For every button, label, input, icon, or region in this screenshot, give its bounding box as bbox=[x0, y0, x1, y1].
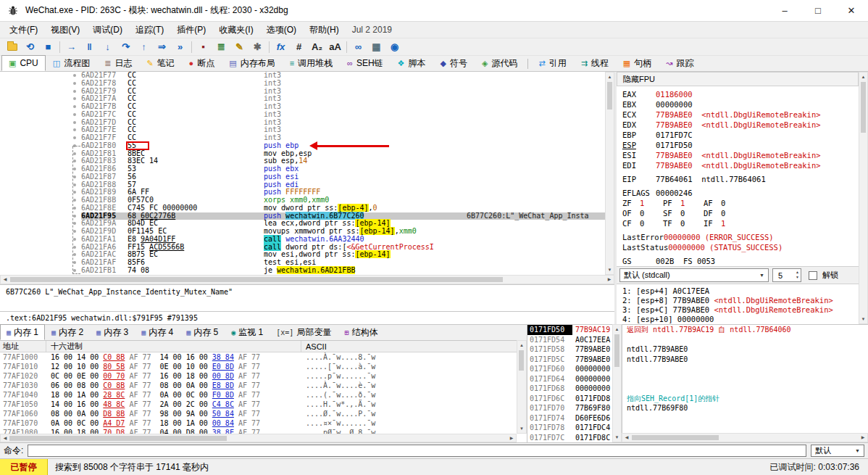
stack-row[interactable]: 0171FD5C77B9ABE0 bbox=[527, 355, 612, 365]
hex-column-header[interactable]: 十六进制 bbox=[46, 341, 301, 352]
bottom-tab-locals[interactable]: [x=]局部变量 bbox=[270, 324, 338, 340]
animate-button[interactable]: » bbox=[171, 39, 189, 55]
stack-row[interactable]: 0171FD54A0C17EEA bbox=[527, 335, 612, 345]
tab-breakpoints[interactable]: ●断点 bbox=[182, 55, 222, 71]
run-button[interactable]: → bbox=[62, 39, 80, 55]
disasm-gutter[interactable] bbox=[0, 142, 81, 150]
stop-button[interactable]: ■ bbox=[39, 39, 57, 55]
register-value[interactable]: 00000246 bbox=[656, 189, 693, 197]
bottom-tab-mem3[interactable]: ▦内存 3 bbox=[90, 324, 135, 340]
disasm-scrollbar-vertical[interactable]: ▲ ▼ bbox=[605, 72, 614, 275]
memory-row[interactable]: 77AF106008 00 0A 00 D8 8B AF 77 98 00 9A… bbox=[0, 409, 517, 418]
register-row[interactable]: LastError00000000 (ERROR_SUCCESS) bbox=[622, 232, 859, 242]
disasm-gutter[interactable] bbox=[0, 173, 81, 181]
register-value[interactable]: 00000000 bbox=[656, 100, 693, 109]
disasm-scrollbar-horizontal[interactable]: ◀ ▶ bbox=[0, 275, 614, 284]
menu-item-5[interactable]: 插件(P) bbox=[170, 22, 212, 38]
menu-item-1[interactable]: 文件(F) bbox=[3, 22, 44, 38]
register-row[interactable]: CF0TF0IF1 bbox=[622, 218, 859, 228]
disasm-gutter[interactable] bbox=[0, 228, 81, 236]
disasm-row[interactable]: 6AD21F8756push esi bbox=[0, 173, 605, 181]
disasm-gutter[interactable] bbox=[0, 103, 81, 111]
disasm-gutter[interactable] bbox=[0, 189, 81, 197]
flag-value[interactable]: 0 bbox=[640, 208, 663, 218]
stack-row[interactable]: 0171FD74D60FE6D6 bbox=[527, 413, 612, 424]
step-into-button[interactable]: ↓ bbox=[99, 39, 117, 55]
tab-source[interactable]: ◈源代码 bbox=[475, 55, 525, 71]
maximize-button[interactable]: □ bbox=[801, 0, 835, 21]
memory-row[interactable]: 77AF105014 00 16 00 48 8C AF 77 2A 00 2C… bbox=[0, 400, 517, 409]
menu-item-2[interactable]: 视图(V) bbox=[44, 22, 86, 38]
stack-pane[interactable]: 0171FD5077B9AC190171FD54A0C17EEA0171FD58… bbox=[527, 324, 612, 442]
disasm-gutter[interactable] bbox=[0, 72, 81, 80]
menu-item-3[interactable]: 调试(D) bbox=[86, 22, 129, 38]
scroll-up-icon[interactable]: ▲ bbox=[613, 325, 621, 334]
tab-cpu[interactable]: ▣CPU bbox=[1, 55, 46, 71]
ascii-column-header[interactable]: ASCII bbox=[301, 342, 517, 351]
tab-script[interactable]: ❖脚本 bbox=[391, 55, 433, 71]
tab-threads[interactable]: ⇉线程 bbox=[574, 55, 616, 71]
flag-value[interactable]: 0 bbox=[680, 218, 704, 228]
bottom-tab-mem5[interactable]: ▦内存 5 bbox=[180, 324, 225, 340]
stack-row[interactable]: 0171FD6C0171FDD8 bbox=[527, 394, 612, 404]
scroll-down-icon[interactable]: ▼ bbox=[606, 265, 614, 274]
close-button[interactable]: ✕ bbox=[835, 0, 868, 21]
tab-trace[interactable]: ↝跟踪 bbox=[659, 55, 701, 71]
stack-row[interactable]: 0171FD6800000000 bbox=[527, 384, 612, 394]
scroll-down-icon[interactable]: ▼ bbox=[859, 315, 867, 323]
scroll-down-icon[interactable]: ▼ bbox=[517, 424, 526, 433]
hide-fpu-button[interactable]: 隐藏FPU bbox=[617, 72, 859, 86]
register-row[interactable]: EFLAGS00000246 bbox=[622, 188, 859, 198]
disasm-gutter[interactable] bbox=[0, 126, 81, 134]
tab-memory-map[interactable]: ▤内存布局 bbox=[222, 55, 282, 71]
address-column-header[interactable]: 地址 bbox=[0, 341, 46, 352]
run-to-return-button[interactable]: ⇒ bbox=[153, 39, 171, 55]
disasm-gutter[interactable] bbox=[0, 197, 81, 205]
memory-scrollbar-horizontal[interactable]: ◀ ▶ bbox=[0, 434, 517, 442]
scroll-left-icon[interactable]: ◀ bbox=[622, 434, 631, 442]
bottom-tab-mem2[interactable]: ▦内存 2 bbox=[45, 324, 90, 340]
memory-row[interactable]: 77AF10700A 00 0C 00 A4 D7 AF 77 18 00 1A… bbox=[0, 418, 517, 428]
disasm-gutter[interactable] bbox=[0, 244, 81, 252]
minimize-button[interactable]: – bbox=[768, 0, 801, 21]
args-count-spinner[interactable]: 5 ▲▼ bbox=[772, 268, 801, 282]
flag-value[interactable]: 0 bbox=[721, 208, 744, 218]
register-row[interactable]: LastStatus00000000 (STATUS_SUCCESS) bbox=[622, 242, 859, 252]
scroll-left-icon[interactable]: ◀ bbox=[1, 276, 9, 284]
stack-row[interactable]: 0171FD5877B9ABE0 bbox=[527, 344, 612, 355]
register-row[interactable]: EAX01186000 bbox=[622, 89, 859, 99]
memory-row[interactable]: 77AF100016 00 14 00 C0 8B AF 77 14 00 16… bbox=[0, 352, 517, 362]
notes-tool-button[interactable]: ✎ bbox=[230, 39, 249, 55]
disasm-gutter[interactable] bbox=[0, 95, 81, 103]
register-value[interactable]: 00000000 (STATUS_SUCCESS) bbox=[668, 243, 783, 252]
restart-button[interactable]: ⟲ bbox=[21, 39, 39, 55]
trace-log-button[interactable]: ≣ bbox=[212, 39, 230, 55]
bottom-tab-watch1[interactable]: ◉监视 1 bbox=[225, 324, 270, 340]
menu-item-4[interactable]: 追踪(T) bbox=[129, 22, 170, 38]
register-row[interactable]: EDX77B9ABE0 <ntdll.DbgUiRemoteBreakin> bbox=[622, 120, 859, 130]
disassembly-pane[interactable]: 6AD21F77CCint36AD21F78CCint36AD21F79CCin… bbox=[0, 72, 605, 275]
calling-convention-select[interactable]: 默认 (stdcall) ▼ bbox=[619, 268, 769, 282]
disasm-row[interactable]: 6AD21FB174 08je wechatwin.6AD21FBB bbox=[0, 267, 605, 275]
register-row[interactable]: EIP77B64061 ntdll.77B64061 bbox=[622, 174, 859, 184]
disasm-gutter[interactable] bbox=[0, 119, 81, 127]
disasm-row[interactable]: 6AD21F7CCCint3 bbox=[0, 111, 605, 119]
flag-value[interactable]: 0 bbox=[640, 218, 663, 228]
disasm-gutter[interactable] bbox=[0, 150, 81, 158]
memory-row[interactable]: 77AF108016 00 18 00 70 D8 AF 77 04 00 D8… bbox=[0, 428, 517, 434]
argument-row[interactable]: 3: [esp+C] 77B9ABE0 <ntdll.DbgUiRemoteBr… bbox=[622, 305, 859, 315]
seh-chain-tool-button[interactable]: ∞ bbox=[349, 39, 367, 55]
disasm-gutter[interactable] bbox=[0, 157, 81, 165]
stack-row[interactable]: 0171FD7077B69F80 bbox=[527, 403, 612, 413]
flag-value[interactable]: 0 bbox=[721, 198, 744, 208]
tab-references[interactable]: ⇄引用 bbox=[531, 55, 573, 71]
bottom-tab-mem1[interactable]: ▦内存 1 bbox=[0, 324, 45, 340]
registers-scrollbar-vertical[interactable]: ▲ ▼ bbox=[859, 72, 868, 324]
scrollbar-thumb[interactable] bbox=[632, 435, 719, 440]
disasm-row[interactable]: 6AD21F78CCint3 bbox=[0, 80, 605, 88]
memory-row[interactable]: 77AF104018 00 1A 00 28 8C AF 77 0A 00 0C… bbox=[0, 390, 517, 400]
flag-value[interactable]: 0 bbox=[680, 208, 704, 218]
register-row[interactable]: EDI77B9ABE0 <ntdll.DbgUiRemoteBreakin> bbox=[622, 160, 859, 170]
tab-handles[interactable]: ▦句柄 bbox=[616, 55, 659, 71]
tab-notes[interactable]: ✎笔记 bbox=[139, 55, 181, 71]
